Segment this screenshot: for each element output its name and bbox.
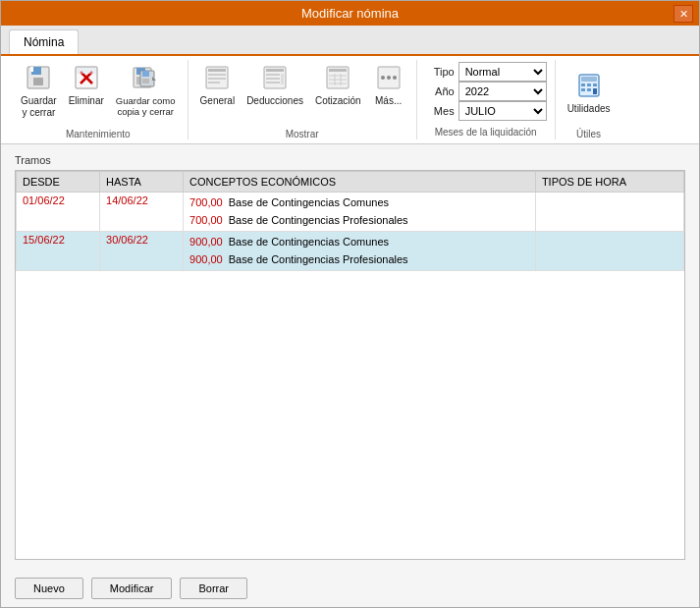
guardar-copia-label: Guardar comocopia y cerrar: [116, 95, 176, 118]
mas-button[interactable]: Más...: [369, 60, 408, 109]
ribbon-group-mostrar: General Deducciones: [188, 60, 417, 139]
ano-label: Año: [425, 85, 455, 97]
svg-rect-7: [77, 68, 96, 74]
concept-description: Base de Contingencias Comunes: [229, 234, 389, 251]
svg-rect-40: [587, 83, 591, 86]
svg-rect-13: [142, 79, 149, 83]
window-title: Modificar nómina: [301, 6, 399, 21]
concept-description: Base de Contingencias Profesionales: [229, 251, 408, 269]
general-button[interactable]: General: [196, 60, 240, 109]
concept-amount: 900,00: [189, 251, 223, 269]
concept-amount: 900,00: [189, 234, 223, 251]
tramos-table: DESDE HASTA CONCEPTOS ECONÓMICOS TIPOS D…: [16, 171, 684, 271]
tramos-table-container: DESDE HASTA CONCEPTOS ECONÓMICOS TIPOS D…: [15, 170, 685, 560]
save-copy-icon: [130, 62, 161, 93]
svg-rect-22: [266, 74, 280, 76]
cell-hasta: 30/06/22: [100, 232, 184, 271]
deducciones-button[interactable]: Deducciones: [242, 60, 307, 109]
deducciones-icon: [259, 62, 291, 93]
svg-rect-43: [587, 88, 591, 91]
cotizacion-label: Cotización: [315, 95, 361, 107]
ribbon-selectors-group: Tipo Normal Extra Año 2022 2021 2020 Mes…: [417, 60, 556, 139]
ano-row: Año 2022 2021 2020: [425, 82, 547, 101]
concept-amount: 700,00: [189, 212, 223, 230]
svg-rect-44: [593, 88, 597, 94]
ribbon: Guardary cerrar Eliminar: [1, 56, 699, 144]
deducciones-label: Deducciones: [246, 95, 303, 107]
concept-amount: 700,00: [189, 194, 223, 212]
bottom-bar: Nuevo Modificar Borrar: [1, 570, 699, 607]
cell-hasta: 14/06/22: [100, 193, 184, 232]
col-conceptos: CONCEPTOS ECONÓMICOS: [184, 172, 536, 193]
section-tramos-label: Tramos: [15, 154, 685, 166]
cotizacion-button[interactable]: Cotización: [311, 60, 365, 109]
cell-conceptos: 700,00Base de Contingencias Comunes700,0…: [184, 193, 536, 232]
cell-tipos-hora: [535, 232, 683, 271]
concept-description: Base de Contingencias Profesionales: [229, 212, 408, 230]
modificar-button[interactable]: Modificar: [91, 578, 173, 599]
mes-row: Mes ENEROFEBREROMARZO ABRILMAYOJUNIO JUL…: [425, 101, 547, 121]
svg-rect-41: [593, 83, 597, 86]
ano-select[interactable]: 2022 2021 2020: [458, 82, 547, 101]
tab-bar: Nómina: [1, 26, 699, 56]
utilidades-label: Utilidades: [567, 103, 611, 115]
guardar-copia-button[interactable]: Guardar comocopia y cerrar: [112, 60, 180, 120]
calculator-icon: [573, 70, 605, 101]
svg-rect-27: [329, 69, 347, 72]
cell-tipos-hora: [535, 193, 683, 232]
col-hasta: HASTA: [100, 172, 184, 193]
general-label: General: [200, 95, 236, 107]
svg-rect-19: [208, 82, 220, 83]
nuevo-button[interactable]: Nuevo: [15, 578, 83, 599]
table-row[interactable]: 01/06/2214/06/22700,00Base de Contingenc…: [17, 193, 684, 232]
utilidades-button[interactable]: Utilidades: [564, 68, 615, 117]
svg-rect-12: [142, 71, 149, 77]
svg-rect-21: [266, 69, 284, 72]
table-row[interactable]: 15/06/2230/06/22900,00Base de Contingenc…: [17, 232, 684, 271]
mantenimiento-label: Mantenimiento: [17, 127, 180, 139]
mes-label: Mes: [425, 105, 455, 117]
meses-liquidacion-label: Meses de la liquidación: [425, 125, 547, 138]
borrar-button[interactable]: Borrar: [180, 578, 247, 599]
guardar-cerrar-button[interactable]: Guardary cerrar: [17, 60, 61, 121]
svg-rect-16: [208, 69, 226, 72]
save-icon: [23, 62, 54, 93]
table-header-row: DESDE HASTA CONCEPTOS ECONÓMICOS TIPOS D…: [17, 172, 684, 193]
svg-rect-17: [208, 74, 226, 76]
tipo-row: Tipo Normal Extra: [425, 62, 547, 82]
svg-rect-2: [33, 78, 43, 85]
col-desde: DESDE: [17, 172, 100, 193]
eliminar-label: Eliminar: [69, 95, 104, 107]
mes-select[interactable]: ENEROFEBREROMARZO ABRILMAYOJUNIO JULIOAG…: [458, 101, 547, 121]
eliminar-button[interactable]: Eliminar: [65, 60, 108, 109]
tipo-select[interactable]: Normal Extra: [458, 62, 547, 82]
delete-icon: [71, 62, 102, 93]
svg-rect-38: [581, 77, 597, 82]
svg-point-35: [387, 76, 391, 80]
main-content: Tramos DESDE HASTA CONCEPTOS ECONÓMICOS …: [1, 144, 699, 570]
tab-nomina[interactable]: Nómina: [9, 29, 79, 54]
ribbon-utilities-group: Utilidades Útiles: [556, 60, 622, 139]
cell-conceptos: 900,00Base de Contingencias Comunes900,0…: [184, 232, 536, 271]
general-icon: [201, 62, 233, 93]
cell-desde: 15/06/22: [17, 232, 100, 271]
col-tipos-hora: TIPOS DE HORA: [535, 172, 683, 193]
title-bar: Modificar nómina ✕: [1, 1, 699, 26]
svg-rect-42: [581, 88, 585, 91]
svg-rect-24: [266, 82, 280, 83]
svg-rect-3: [30, 67, 33, 72]
svg-rect-25: [281, 74, 284, 84]
svg-rect-23: [266, 78, 280, 80]
close-button[interactable]: ✕: [673, 5, 693, 23]
guardar-cerrar-label: Guardary cerrar: [21, 95, 57, 119]
svg-point-34: [381, 76, 385, 80]
svg-point-36: [393, 76, 397, 80]
tipo-label: Tipo: [425, 66, 455, 78]
ribbon-group-mantenimiento: Guardary cerrar Eliminar: [9, 60, 188, 139]
svg-rect-39: [581, 83, 585, 86]
cell-desde: 01/06/22: [17, 193, 100, 232]
mas-icon: [373, 62, 404, 93]
svg-rect-18: [208, 78, 226, 80]
utiles-label: Útiles: [576, 127, 601, 139]
mas-label: Más...: [375, 95, 402, 107]
